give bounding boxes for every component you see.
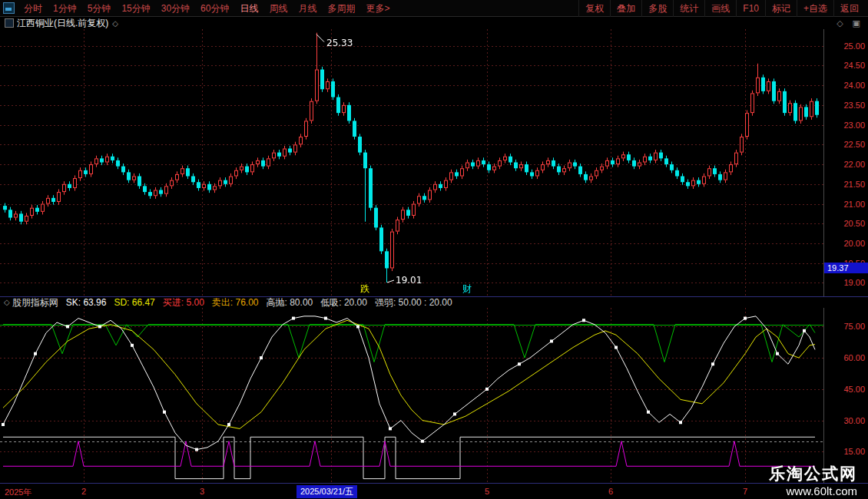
menu-multi-period[interactable]: 多周期 xyxy=(322,0,360,17)
price-tick-label: 22.50 xyxy=(843,140,865,149)
menu-period-daily[interactable]: 日线 xyxy=(234,0,263,17)
indicator-tick-label: 45.00 xyxy=(843,385,865,394)
menu-period-30min[interactable]: 30分钟 xyxy=(156,0,195,17)
main-chart-row: 25.0024.5024.0023.5023.0022.5022.0021.50… xyxy=(0,29,868,296)
menu-stats[interactable]: 统计 xyxy=(673,0,704,17)
menu-drawline[interactable]: 画线 xyxy=(704,0,736,17)
menu-f10[interactable]: F10 xyxy=(736,0,765,17)
date-tick-label: 6 xyxy=(608,487,613,496)
price-tick-label: 19.00 xyxy=(843,278,865,287)
indicator-header: ◇ 股朋指标网SK: 63.96SD: 66.47买进: 5.00卖出: 76.… xyxy=(0,296,868,308)
crosshair-date-box: 2025/03/21/五 xyxy=(297,485,357,498)
indicator-chart-row: 75.0060.0045.0030.0015.00 xyxy=(0,308,868,483)
price-tick-label: 24.50 xyxy=(843,61,865,70)
tools-menu-group: 复权叠加多股统计画线F10标记+自选返回 xyxy=(578,0,865,16)
price-tick-label: 22.00 xyxy=(843,160,865,169)
menu-multi-stock[interactable]: 多股 xyxy=(641,0,673,17)
indicator-value: 买进: 5.00 xyxy=(163,297,204,308)
indicator-value: SK: 63.96 xyxy=(66,297,107,308)
price-tick-label: 25.00 xyxy=(843,41,865,51)
menu-adjust[interactable]: 复权 xyxy=(578,0,610,17)
indicator-tick-label: 15.00 xyxy=(843,447,865,456)
main-chart-canvas[interactable] xyxy=(0,29,823,296)
price-axis: 25.0024.5024.0023.5023.0022.5022.0021.50… xyxy=(823,29,868,296)
indicator-chart-canvas[interactable] xyxy=(0,308,823,483)
menu-add-watchlist[interactable]: +自选 xyxy=(797,0,833,17)
date-tick-label: 2 xyxy=(81,487,86,496)
menu-period-monthly[interactable]: 月线 xyxy=(293,0,322,17)
trading-app-window: 分时1分钟5分钟15分钟30分钟60分钟日线周线月线多周期更多> 复权叠加多股统… xyxy=(0,0,868,499)
indicator-value: SD: 66.47 xyxy=(114,297,154,308)
price-tick-label: 24.00 xyxy=(843,81,865,90)
indicator-name: 股朋指标网 xyxy=(12,297,58,308)
price-tick-label: 23.50 xyxy=(843,101,865,110)
menu-period-weekly[interactable]: 周线 xyxy=(263,0,293,17)
price-tick-label: 20.00 xyxy=(843,239,865,248)
menu-mark[interactable]: 标记 xyxy=(765,0,797,17)
indicator-tick-label: 30.00 xyxy=(843,416,865,425)
menu-period-5min[interactable]: 5分钟 xyxy=(82,0,117,17)
indicator-value: 卖出: 76.00 xyxy=(212,297,259,308)
indicator-value: 低吸: 20.00 xyxy=(320,297,367,308)
menu-more[interactable]: 更多> xyxy=(360,0,395,17)
price-tick-label: 21.50 xyxy=(843,180,865,189)
menu-period-intraday[interactable]: 分时 xyxy=(18,0,48,17)
price-tick-label: 21.00 xyxy=(843,200,865,209)
price-tick-label: 23.00 xyxy=(843,121,865,130)
menu-period-15min[interactable]: 15分钟 xyxy=(116,0,155,17)
period-menu-group: 分时1分钟5分钟15分钟30分钟60分钟日线周线月线多周期更多> xyxy=(3,0,395,16)
menu-period-60min[interactable]: 60分钟 xyxy=(195,0,234,17)
indicator-tick-label: 60.00 xyxy=(843,353,865,362)
menu-overlay[interactable]: 叠加 xyxy=(610,0,641,17)
menu-back[interactable]: 返回 xyxy=(833,0,865,17)
indicator-tick-label: 75.00 xyxy=(843,322,865,331)
current-price-badge: 19.37 xyxy=(824,263,868,273)
page-title: 江西铜业(日线.前复权) xyxy=(17,17,108,30)
maximize-panel-icon[interactable]: ▣ xyxy=(848,18,865,28)
menu-period-1min[interactable]: 1分钟 xyxy=(48,0,82,17)
diamond-icon[interactable]: ◇ xyxy=(832,18,847,28)
app-icon[interactable] xyxy=(3,2,15,14)
price-tick-label: 20.50 xyxy=(843,219,865,228)
top-menubar: 分时1分钟5分钟15分钟30分钟60分钟日线周线月线多周期更多> 复权叠加多股统… xyxy=(0,0,868,17)
date-tick-label: 3 xyxy=(200,487,204,496)
date-tick-label: 7 xyxy=(743,487,747,496)
date-axis: 2025年232025/03/21/五567 xyxy=(0,483,868,499)
date-tick-label: 2025年 xyxy=(5,487,31,498)
chart-titlebar: 江西铜业(日线.前复权) ◇ ◇ ▣ xyxy=(0,17,868,29)
title-dropdown-icon[interactable]: ◇ xyxy=(112,19,118,28)
indicator-axis: 75.0060.0045.0030.0015.00 xyxy=(823,308,868,483)
stock-icon xyxy=(5,18,14,28)
indicator-collapse-icon[interactable]: ◇ xyxy=(4,297,10,308)
date-tick-label: 5 xyxy=(485,487,489,496)
indicator-value: 高抛: 80.00 xyxy=(267,297,313,308)
indicator-value: 强弱: 50.00 : 20.00 xyxy=(375,297,452,308)
